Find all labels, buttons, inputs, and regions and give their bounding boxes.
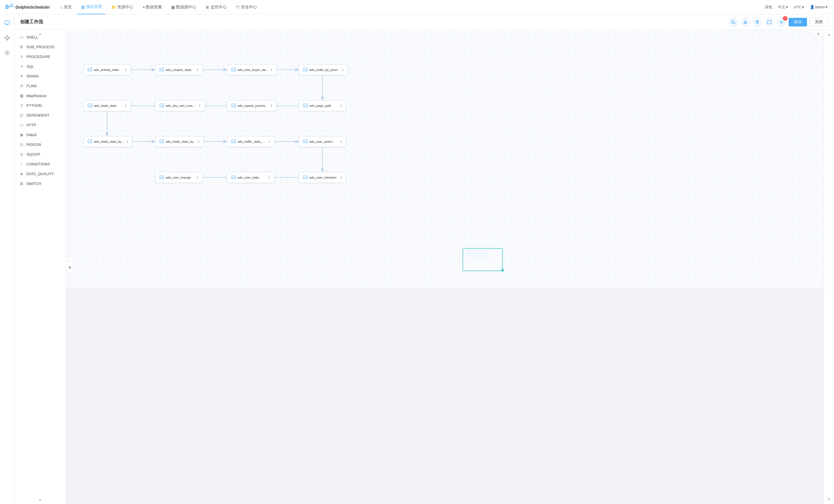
comp-python-icon: ↺ bbox=[19, 103, 24, 108]
component-pigeon[interactable]: ◎ PIGEON bbox=[14, 140, 66, 149]
delete-button[interactable] bbox=[752, 17, 762, 27]
node-n6[interactable]: SQL ads_sku_cart_num_t… ℹ bbox=[155, 100, 205, 111]
svg-text:SQL: SQL bbox=[160, 69, 164, 71]
node-n13[interactable]: SQL ads_user_change ℹ bbox=[155, 172, 202, 183]
sidebar-icon-monitor[interactable] bbox=[2, 18, 12, 28]
component-http[interactable]: ▭ HTTP bbox=[14, 120, 66, 130]
chevron-down-icon: ▾ bbox=[786, 5, 788, 9]
sidebar-icon-workflow[interactable] bbox=[2, 33, 12, 43]
node-n14-info[interactable]: ℹ bbox=[269, 176, 270, 180]
component-mapreduce[interactable]: ▦ MapReduce bbox=[14, 91, 66, 100]
svg-text:SQL: SQL bbox=[232, 176, 236, 179]
component-python[interactable]: ↺ PYTHON bbox=[14, 100, 66, 110]
node-n5[interactable]: SQL ads_trade_stats ℹ bbox=[83, 100, 131, 111]
node-n15[interactable]: SQL ads_user_retention ℹ bbox=[299, 172, 346, 183]
component-datax[interactable]: ◉ DataX bbox=[14, 130, 66, 140]
node-n8[interactable]: SQL ads_page_path ℹ bbox=[299, 100, 346, 111]
nav-quality[interactable]: ≡ 数据质量 bbox=[139, 0, 166, 14]
component-dependent[interactable]: ⊡ DEPENDENT bbox=[14, 110, 66, 120]
language-select[interactable]: 中文 ▾ bbox=[776, 5, 790, 10]
node-n12[interactable]: SQL ads_user_action ℹ bbox=[299, 136, 346, 147]
component-sql[interactable]: ≡ SQL bbox=[14, 62, 66, 71]
node-n7[interactable]: SQL ads_repeat_purchas… ℹ bbox=[227, 100, 277, 111]
node-n10[interactable]: SQL ads_trade_stats_by… ℹ bbox=[155, 136, 204, 147]
nav-datasource[interactable]: ▦ 数据源中心 bbox=[168, 0, 200, 14]
nav-home[interactable]: ⌂ 首页 bbox=[57, 0, 75, 14]
datasource-icon: ▦ bbox=[171, 5, 175, 9]
close-button[interactable]: 关闭 bbox=[809, 18, 828, 27]
save-button[interactable]: 保存 bbox=[789, 18, 807, 26]
node-n11[interactable]: SQL ads_traffic_stats_… ℹ bbox=[227, 136, 275, 147]
toolbar: 1 保存 关闭 bbox=[728, 17, 828, 27]
node-n9-info[interactable]: ℹ bbox=[126, 140, 128, 144]
node-sql-icon: SQL bbox=[231, 68, 236, 72]
canvas-top-arrow[interactable]: ▲ bbox=[813, 30, 824, 37]
canvas-area[interactable]: SQL ads_activity_stats ℹ SQL ads_coupon_… bbox=[66, 30, 834, 288]
node-n14[interactable]: SQL ads_user_stats ℹ bbox=[227, 172, 275, 183]
nav-project[interactable]: ▦ 项目管理 bbox=[78, 0, 106, 14]
node-n15-info[interactable]: ℹ bbox=[341, 176, 342, 180]
node-n7-info[interactable]: ℹ bbox=[271, 104, 272, 108]
component-data_quality[interactable]: ◈ DATA_QUALITY bbox=[14, 169, 66, 179]
canvas-left-arrow[interactable]: ◀ bbox=[66, 262, 73, 272]
panel-scroll-up[interactable]: ▲ bbox=[37, 31, 43, 37]
node-n5-info[interactable]: ℹ bbox=[125, 104, 126, 108]
svg-text:SQL: SQL bbox=[88, 69, 92, 71]
svg-rect-2 bbox=[5, 8, 8, 8]
node-n1-info[interactable]: ℹ bbox=[125, 68, 126, 72]
node-n2[interactable]: SQL ads_coupon_stats ℹ bbox=[155, 64, 202, 75]
nav-security[interactable]: 🛡 安全中心 bbox=[233, 0, 261, 14]
node-sql-icon: SQL bbox=[303, 139, 308, 144]
node-n2-info[interactable]: ℹ bbox=[197, 68, 198, 72]
node-n4-info[interactable]: ℹ bbox=[342, 68, 344, 72]
download-button[interactable] bbox=[740, 17, 750, 27]
component-procedure[interactable]: ≡ PROCEDURE bbox=[14, 52, 66, 62]
svg-line-14 bbox=[8, 37, 8, 38]
fullscreen-icon bbox=[767, 20, 772, 24]
workflow-icon bbox=[4, 35, 10, 41]
node-n3-info[interactable]: ℹ bbox=[271, 68, 272, 72]
component-spark[interactable]: ✦ SPARK bbox=[14, 71, 66, 81]
svg-text:SQL: SQL bbox=[232, 69, 236, 71]
canvas-scroll-up-btn[interactable]: ▲ bbox=[827, 30, 831, 39]
node-n11-info[interactable]: ℹ bbox=[269, 140, 270, 144]
fullscreen-button[interactable] bbox=[765, 17, 774, 27]
search-icon bbox=[731, 20, 736, 24]
node-n8-info[interactable]: ℹ bbox=[341, 104, 342, 108]
panel-scroll-down[interactable]: ▼ bbox=[37, 497, 43, 503]
node-n6-info[interactable]: ℹ bbox=[199, 104, 200, 108]
component-flink[interactable]: ↺ FLINK bbox=[14, 81, 66, 91]
search-button[interactable] bbox=[728, 17, 738, 27]
node-sql-icon: SQL bbox=[303, 104, 308, 108]
node-n3[interactable]: SQL ads_new_buyer_stat… ℹ bbox=[227, 64, 277, 75]
component-switch[interactable]: ⊠ SWITCH bbox=[14, 179, 66, 188]
comp-shell-label: SHELL bbox=[26, 35, 38, 39]
sidebar-icon-settings[interactable] bbox=[2, 48, 12, 58]
node-n13-info[interactable]: ℹ bbox=[197, 176, 198, 180]
svg-rect-25 bbox=[483, 250, 487, 251]
component-subprocess[interactable]: ⊞ SUB_PROCESS bbox=[14, 42, 66, 52]
nav-monitor[interactable]: 🖥 监控中心 bbox=[202, 0, 230, 14]
component-list: ▭ SHELL ⊞ SUB_PROCESS ≡ PROCEDURE ≡ SQL … bbox=[14, 30, 66, 191]
node-n4[interactable]: SQL ads_order_by_provi… ℹ bbox=[299, 64, 348, 75]
timezone-select[interactable]: UTC ▾ bbox=[792, 5, 806, 9]
svg-text:SQL: SQL bbox=[88, 140, 92, 143]
node-n1[interactable]: SQL ads_activity_stats ℹ bbox=[83, 64, 131, 75]
node-n12-info[interactable]: ℹ bbox=[341, 140, 342, 144]
theme-toggle[interactable]: 深色 bbox=[763, 5, 774, 10]
canvas-scroll-down-btn[interactable]: ▼ bbox=[827, 495, 831, 504]
node-n9[interactable]: SQL ads_trade_stats_by… ℹ bbox=[83, 136, 132, 147]
user-menu[interactable]: 👤 admin ▾ bbox=[808, 5, 829, 9]
component-conditions[interactable]: ⑂ CONDITIONS bbox=[14, 159, 66, 169]
comp-spark-icon: ✦ bbox=[19, 73, 24, 79]
logo[interactable]: DolphinScheduler bbox=[5, 3, 50, 12]
component-sqoop[interactable]: ◎ SQOOP bbox=[14, 149, 66, 159]
svg-line-13 bbox=[6, 38, 7, 39]
nav-resource[interactable]: 📁 资源中心 bbox=[108, 0, 137, 14]
svg-point-8 bbox=[5, 37, 6, 39]
node-n10-info[interactable]: ℹ bbox=[198, 140, 200, 144]
left-sidebar bbox=[0, 14, 14, 504]
svg-line-18 bbox=[734, 23, 735, 24]
node-sql-icon: SQL bbox=[303, 68, 308, 72]
comp-procedure-label: PROCEDURE bbox=[26, 54, 50, 59]
